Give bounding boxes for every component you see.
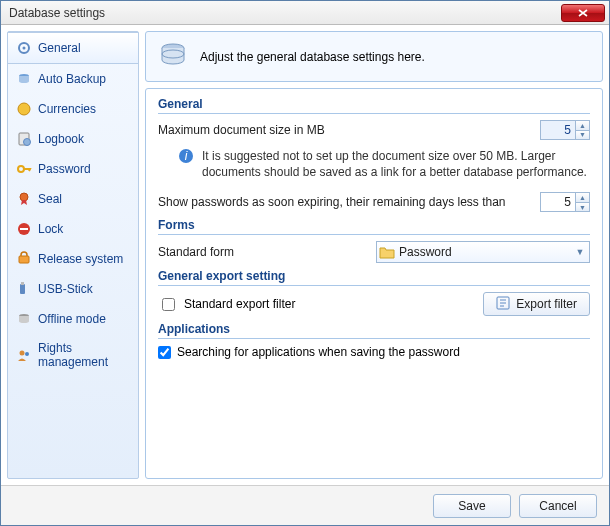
users-icon [16,347,32,363]
chevron-up-icon: ▲ [576,193,589,203]
cancel-button[interactable]: Cancel [519,494,597,518]
max-doc-spinner[interactable]: ▲▼ [540,120,590,140]
standard-export-filter-label: Standard export filter [184,297,295,311]
offline-icon [16,311,32,327]
sidebar-item-label: General [38,41,81,55]
svg-point-15 [25,352,29,356]
window-title: Database settings [9,6,561,20]
standard-form-value: Password [397,245,571,259]
sidebar-item-label: Lock [38,222,63,236]
chevron-down-icon: ▼ [571,247,589,257]
close-button[interactable] [561,4,605,22]
section-export-title: General export setting [158,269,590,286]
spinner-buttons[interactable]: ▲▼ [575,193,589,211]
chevron-down-icon: ▼ [576,131,589,140]
section-general-title: General [158,97,590,114]
database-settings-dialog: Database settings General Auto Backup Cu… [0,0,610,526]
svg-point-5 [24,139,31,146]
section-apps-title: Applications [158,322,590,339]
sidebar-item-currencies[interactable]: Currencies [8,94,138,124]
sidebar-item-logbook[interactable]: Logbook [8,124,138,154]
sidebar-item-label: Password [38,162,91,176]
sidebar-item-label: Rights management [38,341,130,369]
sidebar-item-usb-stick[interactable]: USB-Stick [8,274,138,304]
sidebar-item-seal[interactable]: Seal [8,184,138,214]
seal-icon [16,191,32,207]
svg-text:i: i [185,149,188,163]
expire-spinner[interactable]: ▲▼ [540,192,590,212]
expire-input[interactable] [541,193,575,211]
max-doc-label: Maximum document size in MB [158,123,532,137]
usb-icon [16,281,32,297]
svg-point-6 [18,166,24,172]
section-forms-title: Forms [158,218,590,235]
export-filter-button[interactable]: Export filter [483,292,590,316]
sidebar-item-label: Currencies [38,102,96,116]
sidebar-item-general[interactable]: General [8,32,138,64]
svg-rect-10 [19,256,29,263]
sidebar-item-offline-mode[interactable]: Offline mode [8,304,138,334]
release-icon [16,251,32,267]
logbook-icon [16,131,32,147]
standard-form-label: Standard form [158,245,368,259]
save-button[interactable]: Save [433,494,511,518]
spinner-buttons[interactable]: ▲▼ [575,121,589,139]
svg-point-1 [23,47,26,50]
svg-point-14 [20,351,25,356]
standard-export-filter-checkbox[interactable] [162,298,175,311]
settings-panel: General Maximum document size in MB ▲▼ i… [145,88,603,479]
database-icon [158,42,188,71]
lock-icon [16,221,32,237]
svg-rect-11 [20,284,25,294]
content-area: Adjust the general database settings her… [145,31,603,479]
backup-icon [16,71,32,87]
expire-label: Show passwords as soon expiring, their r… [158,195,532,209]
chevron-down-icon: ▼ [576,203,589,212]
sidebar-item-rights-management[interactable]: Rights management [8,334,138,376]
standard-form-select[interactable]: Password ▼ [376,241,590,263]
titlebar: Database settings [1,1,609,25]
svg-rect-9 [20,228,28,230]
svg-point-7 [20,193,28,201]
key-icon [16,161,32,177]
chevron-up-icon: ▲ [576,121,589,131]
info-icon: i [178,148,194,180]
suggestion-text: It is suggested not to set up the docume… [202,148,590,180]
sidebar-item-password[interactable]: Password [8,154,138,184]
close-icon [578,9,588,17]
folder-key-icon [377,245,397,259]
info-text: Adjust the general database settings her… [200,50,425,64]
search-apps-checkbox[interactable] [158,346,171,359]
sidebar-item-release-system[interactable]: Release system [8,244,138,274]
sidebar-item-lock[interactable]: Lock [8,214,138,244]
currency-icon [16,101,32,117]
info-header: Adjust the general database settings her… [145,31,603,82]
sidebar-item-label: Release system [38,252,123,266]
sidebar-item-label: Auto Backup [38,72,106,86]
sidebar-item-label: Seal [38,192,62,206]
gear-icon [16,40,32,56]
dialog-body: General Auto Backup Currencies Logbook P… [1,25,609,485]
max-doc-input[interactable] [541,121,575,139]
dialog-footer: Save Cancel [1,485,609,525]
sidebar-item-label: USB-Stick [38,282,93,296]
svg-rect-12 [21,282,24,285]
sidebar-item-label: Logbook [38,132,84,146]
export-filter-label: Export filter [516,297,577,311]
svg-point-3 [18,103,30,115]
sidebar: General Auto Backup Currencies Logbook P… [7,31,139,479]
search-apps-label: Searching for applications when saving t… [177,345,460,359]
sidebar-item-label: Offline mode [38,312,106,326]
sidebar-item-auto-backup[interactable]: Auto Backup [8,64,138,94]
export-icon [496,296,510,313]
